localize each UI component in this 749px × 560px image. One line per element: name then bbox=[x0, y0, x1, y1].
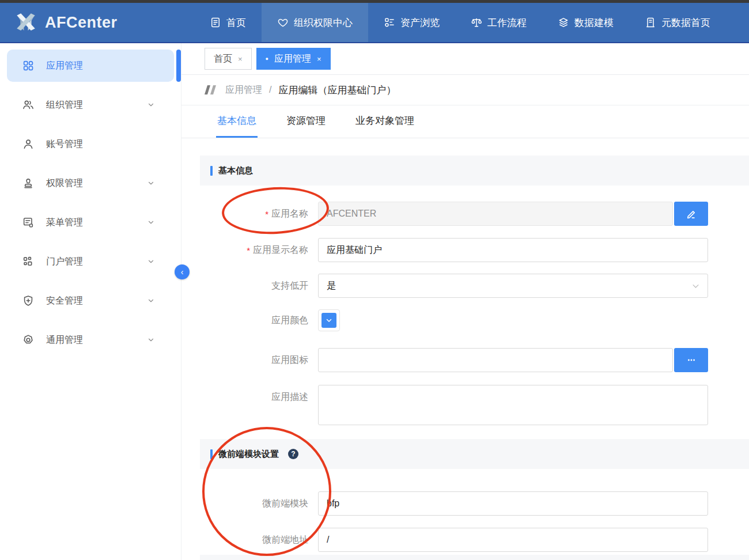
chevron-down-icon[interactable] bbox=[147, 336, 155, 344]
nav-label: 资产浏览 bbox=[400, 16, 440, 29]
section-accent-bar bbox=[210, 449, 213, 459]
browse-app-icon-button[interactable] bbox=[674, 348, 708, 372]
metadata-doc-icon bbox=[645, 17, 656, 28]
tab-resource-management[interactable]: 资源管理 bbox=[285, 105, 327, 138]
account-user-icon bbox=[22, 138, 35, 150]
field-label: 应用颜色 bbox=[181, 309, 308, 331]
field-label: 应用描述 bbox=[181, 385, 308, 409]
app-icon-input[interactable] bbox=[318, 348, 673, 372]
tab-business-object-management[interactable]: 业务对象管理 bbox=[354, 105, 415, 138]
detail-tabs: 基本信息 资源管理 业务对象管理 bbox=[181, 105, 749, 138]
chevron-down-icon[interactable] bbox=[147, 179, 155, 187]
field-label: 微前端模块 bbox=[181, 491, 308, 516]
app-color-picker[interactable] bbox=[318, 309, 340, 331]
field-label: 微前端地址 bbox=[181, 528, 308, 552]
top-nav-items: 首页 组织权限中心 资产浏览 工作流程 数据建模 元数据首页 bbox=[194, 3, 726, 42]
sidebar-item-security[interactable]: 安全管理 bbox=[7, 285, 174, 317]
field-label: * 应用名称 bbox=[181, 202, 308, 226]
security-shield-icon bbox=[22, 294, 35, 307]
asset-browse-icon bbox=[384, 17, 395, 28]
sidebar-item-label: 通用管理 bbox=[46, 334, 83, 346]
chevron-left-icon: ‹ bbox=[181, 267, 184, 277]
field-label: * 应用显示名称 bbox=[181, 238, 308, 262]
chevron-down-icon[interactable] bbox=[147, 258, 155, 266]
page-tab-app-management[interactable]: ● 应用管理 × bbox=[256, 48, 331, 70]
nav-item-data-modeling[interactable]: 数据建模 bbox=[542, 3, 629, 42]
breadcrumb: 应用管理 / 应用编辑（应用基础门户） bbox=[181, 75, 749, 105]
page-tab-home[interactable]: 首页 × bbox=[205, 48, 252, 70]
app-description-textarea[interactable] bbox=[318, 385, 708, 425]
chevron-down-icon bbox=[326, 317, 332, 324]
form-row-app-color: 应用颜色 bbox=[181, 309, 749, 331]
tab-basic-info[interactable]: 基本信息 bbox=[216, 105, 258, 138]
nav-label: 数据建模 bbox=[574, 16, 614, 29]
next-section-strip-partial bbox=[200, 555, 749, 560]
field-label: 应用图标 bbox=[181, 348, 308, 372]
sidebar-item-label: 权限管理 bbox=[46, 177, 83, 190]
close-icon[interactable]: × bbox=[238, 55, 243, 63]
nav-label: 组织权限中心 bbox=[294, 16, 353, 29]
field-label: 支持低开 bbox=[181, 274, 308, 298]
sidebar-item-label: 应用管理 bbox=[46, 60, 83, 72]
form-row-support-lowcode: 支持低开 是 bbox=[181, 274, 749, 298]
data-layers-icon bbox=[558, 17, 569, 28]
workflow-scale-icon bbox=[471, 17, 482, 28]
sidebar-item-general[interactable]: 通用管理 bbox=[7, 324, 174, 356]
sidebar-item-label: 安全管理 bbox=[46, 295, 83, 307]
sidebar-item-app-management[interactable]: 应用管理 bbox=[7, 50, 174, 82]
sidebar-item-account[interactable]: 账号管理 bbox=[7, 128, 174, 160]
brand-name: AFCenter bbox=[45, 14, 118, 32]
section-accent-bar bbox=[210, 166, 213, 176]
section-title: 基本信息 bbox=[218, 165, 253, 176]
form-row-app-display-name: * 应用显示名称 bbox=[181, 238, 749, 262]
menu-doc-icon bbox=[22, 216, 35, 229]
heart-icon bbox=[277, 17, 289, 28]
section-micro-frontend: 微前端模块设置 ? bbox=[200, 439, 749, 469]
nav-item-asset-browse[interactable]: 资产浏览 bbox=[368, 3, 455, 42]
chevron-down-icon[interactable] bbox=[147, 297, 155, 305]
nav-item-org-permission-center[interactable]: 组织权限中心 bbox=[262, 3, 368, 42]
sidebar-item-label: 组织管理 bbox=[46, 99, 83, 111]
ellipsis-icon bbox=[686, 354, 697, 366]
app-display-name-input[interactable] bbox=[318, 238, 708, 262]
nav-label: 首页 bbox=[226, 16, 246, 29]
page-tab-label: 应用管理 bbox=[274, 53, 311, 65]
app-window: AFCenter 首页 组织权限中心 资产浏览 工作流程 数据建模 bbox=[0, 0, 749, 560]
app-name-input[interactable] bbox=[318, 202, 673, 226]
nav-item-workflow[interactable]: 工作流程 bbox=[455, 3, 542, 42]
form-row-micro-url: 微前端地址 bbox=[181, 528, 749, 552]
sidebar-item-permission[interactable]: 权限管理 bbox=[7, 167, 174, 199]
sidebar-item-organization[interactable]: 组织管理 bbox=[7, 89, 174, 121]
micro-frontend-module-input[interactable] bbox=[318, 491, 708, 516]
support-lowcode-select[interactable]: 是 bbox=[318, 274, 708, 298]
top-dark-strip bbox=[0, 0, 749, 3]
section-title: 微前端模块设置 bbox=[218, 449, 279, 460]
select-value: 是 bbox=[327, 280, 336, 292]
form-row-app-icon: 应用图标 bbox=[181, 348, 749, 372]
edit-pencil-icon bbox=[686, 208, 697, 220]
edit-app-name-button[interactable] bbox=[674, 202, 708, 226]
top-navbar: AFCenter 首页 组织权限中心 资产浏览 工作流程 数据建模 bbox=[0, 3, 749, 43]
sidebar-item-portal[interactable]: 门户管理 bbox=[7, 245, 174, 278]
chevron-down-icon[interactable] bbox=[147, 101, 155, 109]
chevron-down-icon[interactable] bbox=[147, 218, 155, 226]
breadcrumb-current: 应用编辑（应用基础门户） bbox=[278, 84, 396, 97]
chevron-down-icon bbox=[691, 282, 700, 290]
brand-logo[interactable]: AFCenter bbox=[0, 10, 181, 35]
org-people-icon bbox=[22, 99, 35, 111]
main-content: 首页 × ● 应用管理 × 应用管理 / 应用编辑（应用基础门户） 基本信息 资… bbox=[181, 43, 749, 560]
micro-frontend-address-input[interactable] bbox=[318, 528, 708, 552]
sidebar-collapse-button[interactable]: ‹ bbox=[175, 264, 190, 279]
breadcrumb-slashes-icon bbox=[203, 85, 218, 95]
left-sidebar: 应用管理 组织管理 账号管理 权限管理 菜单管理 门户管理 安全管理 bbox=[0, 43, 181, 560]
breadcrumb-parent[interactable]: 应用管理 bbox=[225, 84, 262, 96]
sidebar-item-menu[interactable]: 菜单管理 bbox=[7, 206, 174, 239]
nav-item-home[interactable]: 首页 bbox=[194, 3, 262, 42]
close-icon[interactable]: × bbox=[317, 55, 321, 63]
portal-grid-icon bbox=[22, 255, 35, 268]
help-icon[interactable]: ? bbox=[288, 449, 298, 459]
nav-item-metadata-home[interactable]: 元数据首页 bbox=[629, 3, 726, 42]
sidebar-scrollbar-thumb[interactable] bbox=[176, 50, 181, 82]
nav-label: 工作流程 bbox=[487, 16, 527, 29]
color-swatch bbox=[321, 313, 336, 328]
